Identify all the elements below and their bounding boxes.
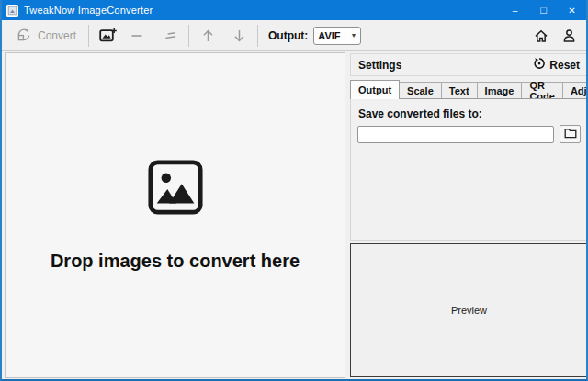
output-tab-panel: Save converted files to: (350, 98, 588, 241)
titlebar: TweakNow ImageConverter – □ ✕ (2, 0, 586, 20)
reset-button[interactable]: Reset (533, 57, 580, 73)
minimize-button[interactable]: – (501, 0, 529, 20)
clear-list-button[interactable] (160, 26, 180, 46)
remove-image-button[interactable] (127, 26, 147, 46)
convert-icon (13, 26, 33, 46)
image-placeholder-icon (147, 159, 204, 219)
folder-icon (564, 126, 577, 142)
reset-label: Reset (549, 59, 580, 72)
preview-panel: Preview (350, 243, 588, 377)
tab-scale[interactable]: Scale (399, 82, 442, 99)
move-down-button[interactable] (229, 26, 249, 46)
toolbar: Convert (2, 20, 586, 51)
toolbar-separator (188, 25, 189, 47)
account-button[interactable] (559, 26, 579, 46)
tab-text[interactable]: Text (441, 82, 478, 99)
drop-zone[interactable]: Drop images to convert here (5, 52, 345, 378)
maximize-button[interactable]: □ (529, 0, 558, 20)
settings-header: Settings Reset (350, 53, 588, 76)
settings-tabs: Output Scale Text Image QR Code Adjustme… (350, 80, 588, 99)
save-location-label: Save converted files to: (358, 107, 581, 120)
toolbar-separator (257, 25, 258, 47)
convert-label: Convert (38, 29, 76, 42)
output-label: Output: (268, 29, 308, 42)
convert-button[interactable]: Convert (9, 23, 80, 49)
save-location-input[interactable] (357, 126, 554, 143)
close-button[interactable]: ✕ (558, 0, 586, 20)
preview-label: Preview (451, 305, 487, 316)
drop-zone-message: Drop images to convert here (51, 251, 300, 272)
app-icon (6, 5, 18, 17)
tab-output[interactable]: Output (350, 80, 400, 99)
home-button[interactable] (531, 26, 551, 46)
tab-qr-code[interactable]: QR Code (521, 82, 563, 99)
add-images-button[interactable] (97, 26, 118, 46)
tab-image[interactable]: Image (477, 82, 523, 99)
move-up-button[interactable] (198, 26, 218, 46)
browse-folder-button[interactable] (560, 125, 581, 143)
reset-icon (533, 57, 546, 73)
output-format-dropdown[interactable]: AVIF ▼ (313, 27, 361, 45)
output-format-value: AVIF (318, 30, 350, 41)
window-title: TweakNow ImageConverter (24, 5, 153, 16)
tab-adjustments[interactable]: Adjustments (562, 82, 588, 99)
toolbar-separator (88, 25, 89, 47)
chevron-down-icon: ▼ (350, 32, 356, 39)
settings-title: Settings (358, 59, 401, 72)
app-window: TweakNow ImageConverter – □ ✕ Convert (0, 0, 588, 381)
